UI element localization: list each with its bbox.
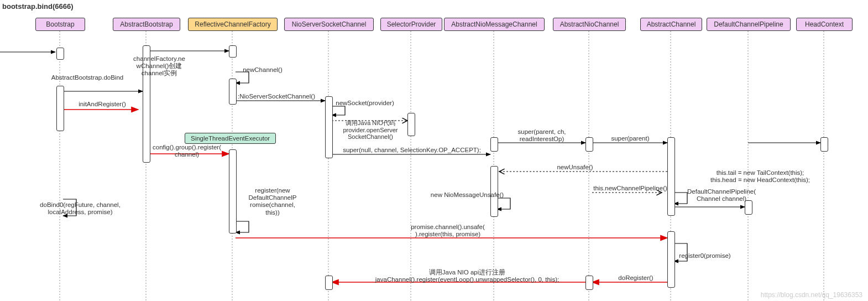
activation-bar <box>585 276 593 290</box>
msg-register0: register0(promise) <box>669 252 741 260</box>
msg-dobind0: doBind0(regFuture, channel, localAddress… <box>28 201 133 216</box>
msg-niomsgunsafe: new NioMessageUnsafe() <box>420 191 514 199</box>
activation-bar <box>229 45 237 58</box>
lifeline-absnio: AbstractNioChannel <box>553 18 626 31</box>
lifeline-absch: AbstractChannel <box>640 18 702 31</box>
msg-initandregister: initAndRegister() <box>66 101 138 108</box>
activation-bar <box>667 137 675 216</box>
activation-bar <box>229 149 237 233</box>
msg-newchannel: newChannel() <box>238 66 287 74</box>
activation-bar <box>820 137 828 152</box>
activation-bar <box>325 276 333 290</box>
lifeline-nioscc: NioServerSocketChannel <box>284 18 374 31</box>
msg-super1: super(null, channel, SelectionKey.OP_ACC… <box>329 147 495 154</box>
activation-bar <box>56 86 64 131</box>
msg-super3: super(parent) <box>597 135 663 142</box>
msg-openserver: 调用Java NIO代码 provider.openServer SocketC… <box>332 120 409 141</box>
lifeline-refl: ReflectiveChannelFactory <box>188 18 278 31</box>
msg-channelfactory: channelFactory.ne wChannel()创建 channel实例 <box>126 55 192 77</box>
lifeline-absboot: AbstractBootstrap <box>113 18 180 31</box>
msg-javachannel: 调用Java NIO api进行注册 javaChannel().registe… <box>348 269 586 283</box>
activation-bar <box>585 137 593 152</box>
msg-doregister: doRegister() <box>608 274 663 282</box>
lifeline-selprov: SelectorProvider <box>380 18 442 31</box>
lifeline-headctx: HeadContext <box>796 18 853 31</box>
msg-pipe-ctor: DefaultChannelPipeline( Channel channel) <box>677 188 766 203</box>
msg-newunsafe: newUnsafe() <box>542 164 608 171</box>
msg-super2: super(parent, ch, readInterestOp) <box>500 128 583 143</box>
activation-bar <box>229 79 237 105</box>
lifeline-defpipe: DefaultChannelPipeline <box>707 18 791 31</box>
msg-newpipeline: this.newChannelPipeline() <box>586 185 674 192</box>
lifeline-absniomsg: AbstractNioMessageChannel <box>444 18 545 31</box>
msg-register-dcp: register(new DefaultChannelP romise(chan… <box>242 187 303 216</box>
msg-newsocket: newSocket(provider) <box>329 100 401 107</box>
msg-promise-unsafe: promise.channel().unsafe( ).register(thi… <box>398 224 498 238</box>
msg-dobind: AbstractBootstrap.doBind <box>38 74 137 81</box>
msg-niossc-ctor: :NioServerSocketChannel() <box>227 93 326 100</box>
lifeline-bootstrap: Bootstrap <box>35 18 85 31</box>
activation-bar <box>56 48 64 60</box>
msg-configgroup: config().group().register( channel) <box>143 144 231 158</box>
msg-tailhead: this.tail = new TailContext(this); this.… <box>699 169 821 184</box>
aux-box-singlethreadeventexecutor: SingleThreadEventExecutor <box>185 133 276 144</box>
watermark: https://blog.csdn.net/qq_19636353 <box>761 291 862 299</box>
